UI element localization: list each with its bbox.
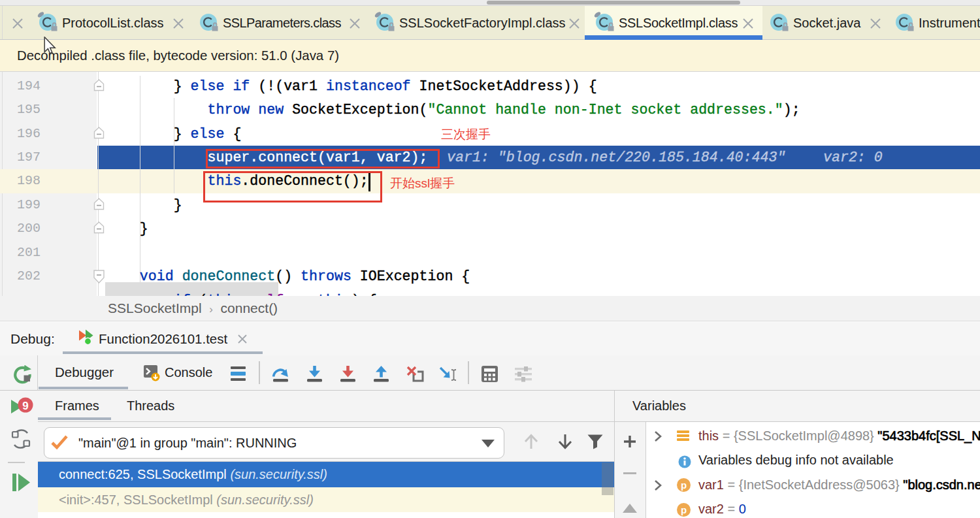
svg-text:9: 9 [22, 400, 28, 412]
